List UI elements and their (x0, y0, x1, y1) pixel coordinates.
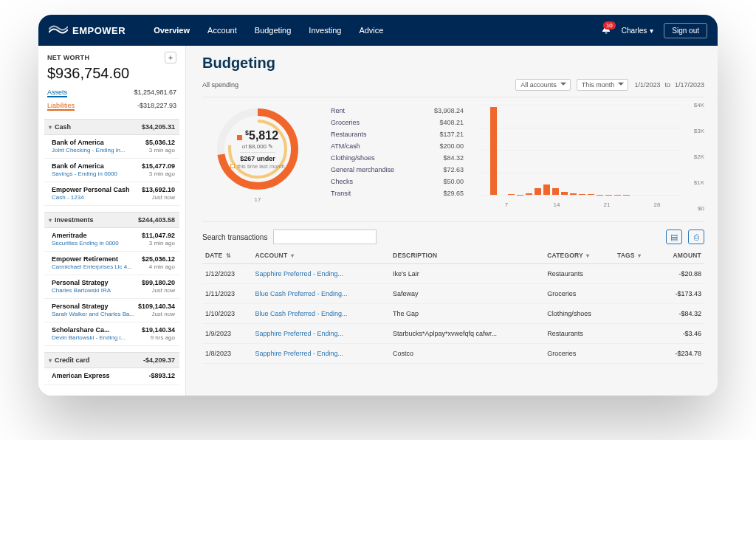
net-worth-amount: $936,754.60 (44, 63, 179, 86)
y-tick: $2K (694, 153, 704, 160)
filter-icon: ▾ (291, 252, 294, 259)
chart-bar[interactable] (579, 194, 585, 195)
donut-of: of $8,000 (242, 143, 267, 150)
export-icon: ▤ (670, 232, 678, 242)
account-item[interactable]: Personal Strategy$99,180.20Charles Barto… (44, 275, 179, 299)
chart-bar[interactable] (588, 194, 594, 195)
date-from[interactable]: 1/1/2023 (634, 81, 660, 89)
pencil-icon[interactable]: ✎ (268, 143, 273, 150)
category-row[interactable]: Rent$3,908.24 (331, 105, 464, 117)
subheader-label: All spending (202, 81, 238, 89)
brand-logo[interactable]: EMPOWER (49, 25, 126, 36)
category-row[interactable]: General merchandise$72.63 (331, 164, 464, 176)
nav-budgeting[interactable]: Budgeting (255, 26, 292, 35)
net-worth-label: NET WORTH (47, 54, 89, 61)
user-menu[interactable]: Charles ▾ (622, 27, 653, 35)
date-to-word: to (664, 81, 670, 89)
nav-links: OverviewAccountBudgetingInvestingAdvice (154, 26, 383, 35)
category-row[interactable]: ATM/cash$200.00 (331, 140, 464, 152)
chevron-down-icon: ▾ (650, 27, 653, 35)
y-tick: $0 (698, 205, 704, 212)
category-row[interactable]: Checks$50.00 (331, 176, 464, 187)
accounts-filter[interactable]: All accounts (515, 79, 571, 91)
account-item[interactable]: Ameritrade$11,047.92Securities Ending in… (44, 228, 179, 252)
spending-donut[interactable]: $5,812 of $8,000 ✎ $267 under this time … (202, 105, 313, 203)
col-tags[interactable]: TAGS ▾ (614, 247, 656, 264)
nav-investing[interactable]: Investing (309, 26, 341, 35)
chart-bar[interactable] (570, 193, 577, 195)
category-list: Rent$3,908.24Groceries$408.21Restaurants… (331, 105, 464, 199)
account-item[interactable]: Empower Personal Cash$13,692.10Cash - 12… (44, 182, 179, 206)
x-tick: 14 (532, 201, 582, 208)
donut-value: 5,812 (249, 129, 278, 142)
transaction-row[interactable]: 1/12/2023Sapphire Preferred - Ending...I… (202, 264, 704, 284)
account-item[interactable]: Personal Strategy$109,140.34Sarah Walker… (44, 299, 179, 322)
donut-under: $267 under (240, 152, 275, 162)
category-row[interactable]: Transit$29.65 (331, 187, 464, 199)
x-tick: 28 (632, 201, 682, 208)
top-nav: EMPOWER OverviewAccountBudgetingInvestin… (38, 15, 718, 46)
assets-label[interactable]: Assets (47, 89, 67, 97)
liabilities-label[interactable]: Liabilities (47, 102, 75, 111)
transaction-row[interactable]: 1/9/2023Sapphire Preferred - Ending...St… (202, 324, 704, 344)
col-amount[interactable]: AMOUNT (656, 247, 704, 264)
donut-legend: this time last month (237, 163, 285, 170)
chart-bar[interactable] (561, 192, 568, 195)
brand-wave-icon (49, 25, 68, 35)
date-to[interactable]: 1/17/2023 (675, 81, 704, 89)
notification-count: 10 (603, 21, 616, 30)
donut-color-swatch (237, 135, 242, 140)
chart-bar[interactable] (535, 188, 541, 195)
transaction-row[interactable]: 1/8/2023Sapphire Preferred - Ending...Co… (202, 344, 704, 364)
daily-spend-chart[interactable]: 7142128 $0$1K$2K$3K$4K (481, 105, 704, 208)
search-label: Search transactions (202, 233, 267, 241)
user-name: Charles (622, 27, 647, 35)
account-item[interactable]: Bank of America$15,477.09Savings - Endin… (44, 159, 179, 182)
sign-out-button[interactable]: Sign out (664, 23, 707, 38)
category-row[interactable]: Clothing/shoes$84.32 (331, 152, 464, 164)
nav-overview[interactable]: Overview (154, 26, 190, 35)
main-content: Budgeting All spending All accounts This… (186, 46, 718, 377)
period-filter[interactable]: This month (577, 79, 629, 91)
export-button[interactable]: ▤ (666, 230, 682, 244)
search-transactions-input[interactable] (273, 230, 377, 244)
print-button[interactable]: ⎙ (688, 230, 704, 244)
assets-value: $1,254,981.67 (134, 89, 176, 97)
chart-bar[interactable] (526, 193, 532, 195)
notification-bell[interactable]: 10 (601, 24, 611, 36)
donut-bottom-label: 17 (255, 196, 261, 203)
section-cash[interactable]: ▾Cash$34,205.31 (44, 119, 179, 135)
nav-advice[interactable]: Advice (359, 26, 383, 35)
section-credit-card[interactable]: ▾Credit card-$4,209.37 (44, 352, 179, 368)
liabilities-value: -$318,227.93 (137, 102, 176, 111)
nav-account[interactable]: Account (207, 26, 237, 35)
chart-bar[interactable] (543, 184, 550, 195)
chart-bar[interactable] (508, 194, 515, 195)
filter-icon: ▾ (586, 252, 589, 259)
transactions-table: DATE ⇅ ACCOUNT ▾ DESCRIPTION CATEGORY ▾ … (202, 247, 704, 364)
transaction-row[interactable]: 1/10/2023Blue Cash Preferred - Ending...… (202, 304, 704, 324)
account-item[interactable]: American Express-$893.12 (44, 368, 179, 385)
add-account-button[interactable]: + (165, 52, 176, 63)
x-tick: 7 (481, 201, 532, 208)
print-icon: ⎙ (694, 232, 699, 241)
sidebar: NET WORTH + $936,754.60 Assets $1,254,98… (38, 46, 186, 396)
y-tick: $3K (694, 128, 704, 134)
account-item[interactable]: Empower Retirement$25,036.12Carmichael E… (44, 252, 179, 275)
category-row[interactable]: Groceries$408.21 (331, 117, 464, 128)
col-date[interactable]: DATE ⇅ (202, 247, 252, 264)
x-tick: 21 (582, 201, 632, 208)
account-item[interactable]: Bank of America$5,036.12Joint Checking -… (44, 135, 179, 159)
col-category[interactable]: CATEGORY ▾ (544, 247, 614, 264)
chart-bar[interactable] (552, 188, 559, 195)
page-title: Budgeting (202, 55, 704, 72)
category-row[interactable]: Restaurants$137.21 (331, 128, 464, 140)
chart-bar[interactable] (490, 107, 497, 195)
legend-swatch (230, 164, 235, 168)
y-tick: $4K (694, 102, 704, 108)
account-item[interactable]: Scholarshare Ca...$19,140.34Devin Bartow… (44, 322, 179, 346)
col-desc[interactable]: DESCRIPTION (390, 247, 544, 264)
section-investments[interactable]: ▾Investments$244,403.58 (44, 212, 179, 228)
transaction-row[interactable]: 1/11/2023Blue Cash Preferred - Ending...… (202, 284, 704, 304)
col-account[interactable]: ACCOUNT ▾ (252, 247, 390, 264)
